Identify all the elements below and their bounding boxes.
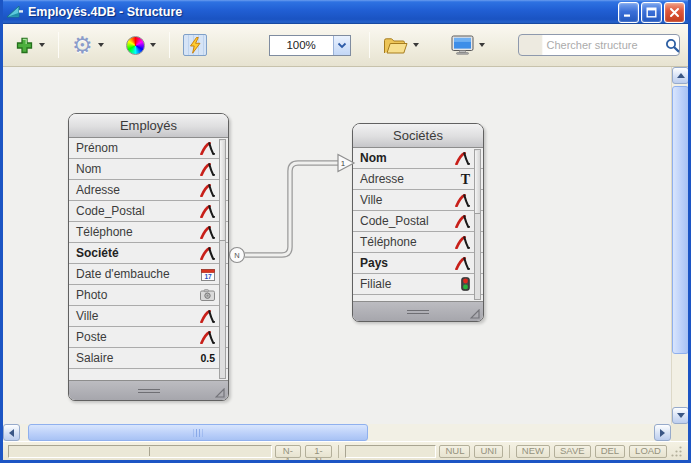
field-row[interactable]: Ville bbox=[353, 190, 483, 211]
chevron-down-icon bbox=[413, 43, 419, 47]
open-folder-button[interactable] bbox=[379, 33, 423, 58]
field-row[interactable]: Code_Postal bbox=[353, 211, 483, 232]
date-icon: 17 bbox=[201, 268, 215, 281]
field-row[interactable]: Ville bbox=[69, 306, 228, 327]
field-type bbox=[455, 215, 470, 228]
window-controls bbox=[618, 2, 685, 23]
table-scroll-thumb[interactable] bbox=[220, 141, 225, 241]
status-button-uni[interactable]: UNI bbox=[474, 445, 502, 458]
update-structure-button[interactable] bbox=[179, 31, 211, 59]
combo-arrow-button[interactable] bbox=[333, 36, 350, 55]
table-scrollbar[interactable] bbox=[219, 139, 226, 379]
table-employes[interactable]: Employés Prénom Nom Adresse Code_Postal … bbox=[68, 113, 229, 401]
scroll-left-button[interactable] bbox=[3, 424, 20, 441]
status-button-nul[interactable]: NUL bbox=[439, 445, 470, 458]
table-footer[interactable] bbox=[353, 301, 483, 321]
field-row[interactable]: Nom bbox=[69, 159, 228, 180]
table-footer[interactable] bbox=[69, 380, 228, 400]
relation-many-circle-icon bbox=[230, 248, 245, 263]
field-type bbox=[461, 277, 470, 291]
field-row[interactable]: Nom bbox=[353, 148, 483, 169]
scroll-down-button[interactable] bbox=[672, 407, 689, 424]
lightning-icon bbox=[183, 34, 207, 56]
chevron-down-icon bbox=[39, 43, 45, 47]
table-societes[interactable]: Sociétés Nom AdresseTVille Code_Postal T… bbox=[352, 123, 484, 322]
maximize-icon bbox=[646, 7, 657, 18]
field-label: Salaire bbox=[76, 351, 113, 365]
toolbar-separator bbox=[58, 32, 59, 58]
status-button-new[interactable]: NEW bbox=[516, 445, 550, 458]
resize-handle-icon[interactable] bbox=[215, 388, 225, 398]
vertical-scrollbar[interactable] bbox=[671, 67, 688, 424]
resize-handle-icon[interactable] bbox=[470, 309, 480, 319]
field-row[interactable]: AdresseT bbox=[353, 169, 483, 190]
status-button-save[interactable]: SAVE bbox=[554, 445, 591, 458]
alpha-icon bbox=[200, 205, 215, 218]
field-label: Pays bbox=[360, 256, 388, 270]
alpha-icon bbox=[455, 257, 470, 270]
minimize-icon bbox=[623, 7, 634, 18]
field-label: Société bbox=[76, 246, 119, 260]
field-label: Adresse bbox=[360, 172, 404, 186]
chevron-down-icon bbox=[337, 42, 347, 49]
settings-button[interactable]: ⚙ bbox=[68, 32, 108, 58]
field-type bbox=[200, 310, 215, 323]
field-label: Code_Postal bbox=[360, 214, 429, 228]
field-row[interactable]: Photo bbox=[69, 285, 228, 306]
field-label: Poste bbox=[76, 330, 107, 344]
field-row[interactable]: Pays bbox=[353, 253, 483, 274]
zoom-select[interactable]: 100% bbox=[269, 35, 351, 56]
color-button[interactable] bbox=[122, 33, 160, 58]
search-button[interactable] bbox=[665, 38, 680, 53]
app-logo-icon bbox=[6, 4, 24, 20]
field-row[interactable]: Filiale bbox=[353, 274, 483, 295]
add-button[interactable] bbox=[11, 33, 49, 58]
status-separator bbox=[509, 445, 510, 458]
horizontal-scrollbar[interactable] bbox=[3, 424, 671, 441]
field-row[interactable]: Poste bbox=[69, 327, 228, 348]
search-box bbox=[518, 34, 680, 56]
relation-mode-buttons: N-11-N bbox=[275, 445, 332, 458]
maximize-button[interactable] bbox=[641, 2, 662, 23]
table-title[interactable]: Employés bbox=[69, 114, 228, 138]
alpha-icon bbox=[200, 310, 215, 323]
status-button-1-n[interactable]: 1-N bbox=[305, 445, 332, 458]
field-row[interactable]: Société bbox=[69, 243, 228, 264]
close-icon bbox=[669, 7, 680, 18]
alpha-icon bbox=[200, 163, 215, 176]
table-empty-row bbox=[69, 369, 228, 380]
field-label: Filiale bbox=[360, 277, 391, 291]
minimize-button[interactable] bbox=[618, 2, 639, 23]
gear-icon: ⚙ bbox=[72, 35, 93, 55]
field-type bbox=[455, 257, 470, 270]
scroll-up-button[interactable] bbox=[672, 67, 689, 84]
status-button-n-1[interactable]: N-1 bbox=[275, 445, 302, 458]
field-row[interactable]: Téléphone bbox=[353, 232, 483, 253]
close-button[interactable] bbox=[664, 2, 685, 23]
status-button-load[interactable]: LOAD bbox=[629, 445, 667, 458]
structure-canvas[interactable]: Employés Prénom Nom Adresse Code_Postal … bbox=[3, 67, 671, 424]
window-resize-grip-icon[interactable] bbox=[670, 445, 683, 458]
table-scroll-thumb[interactable] bbox=[475, 151, 480, 214]
field-type bbox=[455, 152, 470, 165]
scroll-right-button[interactable] bbox=[654, 424, 671, 441]
monitor-icon bbox=[451, 35, 474, 55]
picture-icon bbox=[200, 289, 215, 301]
field-row[interactable]: Code_Postal bbox=[69, 201, 228, 222]
horizontal-scroll-thumb[interactable] bbox=[28, 424, 368, 441]
field-row[interactable]: Prénom bbox=[69, 138, 228, 159]
alpha-icon bbox=[200, 184, 215, 197]
field-label: Adresse bbox=[76, 183, 120, 197]
titlebar: Employés.4DB - Structure bbox=[0, 0, 691, 24]
table-title[interactable]: Sociétés bbox=[353, 124, 483, 148]
field-row[interactable]: Téléphone bbox=[69, 222, 228, 243]
table-scrollbar[interactable] bbox=[474, 149, 481, 300]
field-row[interactable]: Date d'embauche 17 bbox=[69, 264, 228, 285]
status-button-del[interactable]: DEL bbox=[595, 445, 625, 458]
display-button[interactable] bbox=[447, 32, 489, 58]
toolbar: ⚙ 100% bbox=[3, 24, 688, 67]
field-row[interactable]: Adresse bbox=[69, 180, 228, 201]
search-input[interactable] bbox=[519, 38, 665, 52]
vertical-scroll-thumb[interactable] bbox=[672, 86, 689, 354]
field-row[interactable]: Salaire0.5 bbox=[69, 348, 228, 369]
